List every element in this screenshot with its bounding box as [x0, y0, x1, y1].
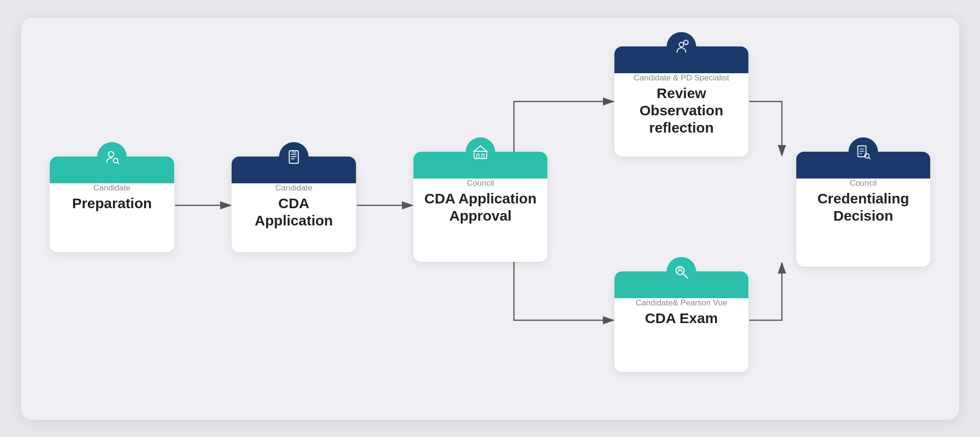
node-cda-application[interactable]: CDA Candidate CDA Application — [232, 157, 356, 252]
node-title-cda-application: CDA Application — [241, 195, 346, 229]
node-title-credentialing-decision: Credentialing Decision — [806, 190, 921, 224]
node-candidate-preparation[interactable]: Candidate Preparation — [50, 157, 174, 252]
node-subtitle-cda-application: Candidate — [275, 183, 312, 193]
diagram-container: Candidate Preparation CDA Candidate CDA … — [21, 18, 959, 420]
node-icon-review-observation — [667, 32, 696, 62]
person-search-icon — [104, 149, 120, 165]
node-cda-approval[interactable]: Council CDA Application Approval — [413, 152, 547, 262]
node-subtitle-review-observation: Candidate & PD Specialist — [634, 73, 729, 83]
svg-line-5 — [117, 162, 119, 164]
document-icon: CDA — [286, 149, 302, 165]
node-subtitle-credentialing-decision: Council — [850, 179, 877, 188]
svg-point-3 — [108, 151, 113, 157]
magnify-person-icon — [673, 264, 690, 280]
svg-line-30 — [869, 157, 870, 159]
node-title-preparation: Preparation — [72, 195, 152, 212]
node-subtitle-cda-approval: Council — [467, 179, 494, 188]
node-title-cda-approval: CDA Application Approval — [423, 190, 538, 224]
svg-text:CDA: CDA — [291, 151, 297, 154]
svg-rect-14 — [482, 154, 484, 158]
gear-person-icon — [673, 39, 690, 55]
svg-point-24 — [679, 268, 681, 270]
node-title-review-observation: Review Observation reflection — [624, 85, 739, 136]
svg-point-16 — [679, 42, 683, 46]
svg-line-23 — [683, 273, 688, 278]
node-subtitle-preparation: Candidate — [93, 183, 131, 193]
svg-rect-13 — [477, 154, 479, 158]
node-title-cda-exam: CDA Exam — [645, 310, 718, 327]
node-icon-cda-approval — [466, 137, 495, 167]
node-icon-cda-exam — [667, 257, 696, 287]
building-icon — [472, 144, 489, 160]
node-icon-credentialing-decision — [848, 137, 878, 167]
document-search-icon — [855, 144, 871, 160]
node-review-observation[interactable]: Candidate & PD Specialist Review Observa… — [614, 46, 748, 157]
node-cda-exam[interactable]: Candidate& Pearson Vue CDA Exam — [614, 271, 748, 372]
svg-rect-11 — [474, 151, 487, 158]
node-icon-cda-application: CDA — [279, 142, 309, 172]
svg-marker-12 — [474, 146, 487, 151]
node-subtitle-cda-exam: Candidate& Pearson Vue — [635, 298, 727, 308]
node-icon-candidate-preparation — [97, 142, 127, 172]
node-credentialing-decision[interactable]: Council Credentialing Decision — [796, 152, 930, 267]
